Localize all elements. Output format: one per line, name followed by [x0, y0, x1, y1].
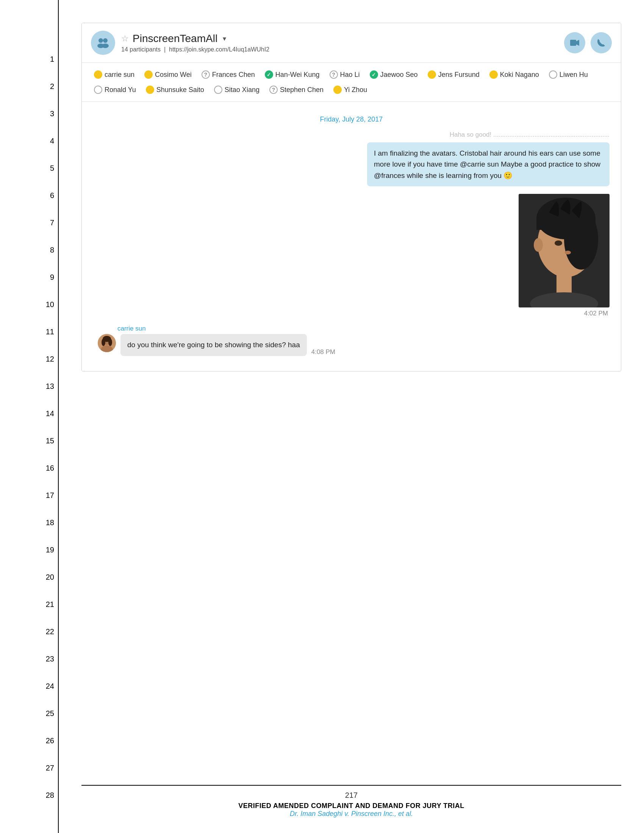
- outgoing-message-text: I am finalizing the avatars. Cristobal h…: [374, 149, 601, 180]
- line-3: 3: [39, 100, 54, 127]
- svg-point-12: [565, 251, 571, 254]
- status-dot-yi: [333, 85, 342, 94]
- participant-name-shunsuke: Shunsuke Saito: [156, 86, 204, 94]
- svg-marker-5: [576, 40, 579, 46]
- svg-point-3: [102, 43, 109, 48]
- footer-page-number: 217: [81, 791, 621, 800]
- participant-shunsuke-saito[interactable]: Shunsuke Saito: [143, 84, 207, 95]
- status-dot-jaewoo: ✓: [370, 71, 378, 79]
- participant-hao-li[interactable]: ? Hao Li: [327, 69, 363, 80]
- carrie-avatar: [98, 334, 116, 352]
- image-message-timestamp: 4:02 PM: [584, 310, 608, 317]
- line-1: 1: [39, 45, 54, 73]
- line-4: 4: [39, 127, 54, 154]
- image-message-row: 4:02 PM: [93, 194, 610, 317]
- date-separator: Friday, July 28, 2017: [93, 116, 610, 124]
- outgoing-message-row: I am finalizing the avatars. Cristobal h…: [93, 142, 610, 186]
- svg-point-0: [98, 38, 103, 43]
- participant-name-sitao: Sitao Xiang: [225, 86, 259, 94]
- group-avatar: [91, 31, 115, 55]
- participant-name-hanwei: Han-Wei Kung: [275, 71, 320, 79]
- carrie-sender-name: carrie sun: [118, 325, 610, 333]
- outgoing-message-bubble: I am finalizing the avatars. Cristobal h…: [367, 142, 610, 186]
- line-5: 5: [39, 154, 54, 182]
- avatar-image: [518, 194, 610, 307]
- status-dot-shunsuke: [146, 85, 154, 94]
- participant-name-liwen: Liwen Hu: [560, 71, 588, 79]
- line-15: 15: [39, 427, 54, 454]
- line-9: 9: [39, 264, 54, 291]
- chat-subtitle: 14 participants | https://join.skype.com…: [121, 46, 564, 53]
- line-19: 19: [39, 536, 54, 563]
- chat-header: ☆ PinscreenTeamAll ▾ 14 participants | h…: [82, 23, 621, 63]
- svg-point-1: [103, 38, 108, 43]
- status-dot-sitao: [214, 85, 222, 94]
- join-url[interactable]: https://join.skype.com/L4Iuq1aWUhI2: [169, 46, 269, 53]
- participant-jens-fursund[interactable]: Jens Fursund: [425, 69, 483, 80]
- participant-name-koki: Koki Nagano: [500, 71, 539, 79]
- line-12: 12: [39, 345, 54, 373]
- svg-rect-14: [557, 272, 572, 294]
- line-27: 27: [39, 754, 54, 782]
- video-call-button[interactable]: [564, 32, 585, 53]
- participant-sitao-xiang[interactable]: Sitao Xiang: [211, 84, 262, 95]
- svg-point-11: [555, 240, 562, 246]
- line-26: 26: [39, 727, 54, 754]
- footer-title: VERIFIED AMENDED COMPLAINT AND DEMAND FO…: [81, 802, 621, 810]
- status-dot-koki: [489, 71, 498, 79]
- line-28: 28: [39, 782, 54, 809]
- voice-call-button[interactable]: [591, 32, 612, 53]
- status-dot-liwen: [549, 71, 557, 79]
- participant-name-jens: Jens Fursund: [438, 71, 480, 79]
- svg-rect-4: [570, 40, 576, 46]
- line-17: 17: [39, 482, 54, 509]
- status-dot-hao: ?: [330, 71, 338, 79]
- carrie-message-container: carrie sun: [93, 325, 610, 355]
- chevron-down-icon[interactable]: ▾: [223, 34, 226, 43]
- phone-icon: [596, 37, 607, 48]
- svg-point-20: [101, 338, 105, 346]
- line-8: 8: [39, 236, 54, 264]
- participant-liwen-hu[interactable]: Liwen Hu: [546, 69, 591, 80]
- participant-name-frances: Frances Chen: [212, 71, 255, 79]
- chat-header-actions: [564, 32, 612, 53]
- line-16: 16: [39, 454, 54, 482]
- participant-hanwei-kung[interactable]: ✓ Han-Wei Kung: [262, 69, 323, 80]
- star-icon[interactable]: ☆: [121, 34, 129, 43]
- video-icon: [569, 37, 580, 48]
- line-24: 24: [39, 672, 54, 700]
- participant-name-jaewoo: Jaewoo Seo: [380, 71, 418, 79]
- participant-yi-zhou[interactable]: Yi Zhou: [330, 84, 370, 95]
- line-6: 6: [39, 182, 54, 209]
- participant-jaewoo-seo[interactable]: ✓ Jaewoo Seo: [367, 69, 421, 80]
- chat-window: ☆ PinscreenTeamAll ▾ 14 participants | h…: [81, 23, 621, 371]
- line-10: 10: [39, 291, 54, 318]
- participant-cosimo-wei[interactable]: Cosimo Wei: [141, 69, 195, 80]
- svg-point-21: [108, 338, 112, 346]
- faded-earlier-message: Haha so good! ..........................…: [93, 131, 610, 138]
- participant-carrie-sun[interactable]: carrie sun: [91, 69, 137, 80]
- line-18: 18: [39, 509, 54, 536]
- participant-name-cosimo: Cosimo Wei: [155, 71, 192, 79]
- status-dot-carrie: [94, 71, 102, 79]
- line-25: 25: [39, 700, 54, 727]
- participant-koki-nagano[interactable]: Koki Nagano: [486, 69, 542, 80]
- chat-title: PinscreenTeamAll: [133, 32, 217, 45]
- svg-point-10: [564, 209, 598, 270]
- participants-count: 14 participants: [121, 46, 161, 53]
- carrie-message-row: do you think we're going to be showing t…: [93, 334, 610, 355]
- group-icon: [96, 36, 110, 50]
- messages-area: Friday, July 28, 2017 Haha so good! ....…: [82, 102, 621, 371]
- status-dot-cosimo: [144, 71, 153, 79]
- svg-point-13: [534, 238, 543, 252]
- participant-ronald-yu[interactable]: Ronald Yu: [91, 84, 139, 95]
- line-11: 11: [39, 318, 54, 345]
- main-content: ☆ PinscreenTeamAll ▾ 14 participants | h…: [59, 0, 644, 833]
- participant-frances-chen[interactable]: ? Frances Chen: [198, 69, 258, 80]
- carrie-avatar-svg: [98, 334, 116, 352]
- carrie-message-content: do you think we're going to be showing t…: [121, 334, 307, 355]
- line-22: 22: [39, 618, 54, 645]
- status-dot-stephen: ?: [269, 85, 278, 94]
- participant-stephen-chen[interactable]: ? Stephen Chen: [266, 84, 327, 95]
- line-20: 20: [39, 563, 54, 591]
